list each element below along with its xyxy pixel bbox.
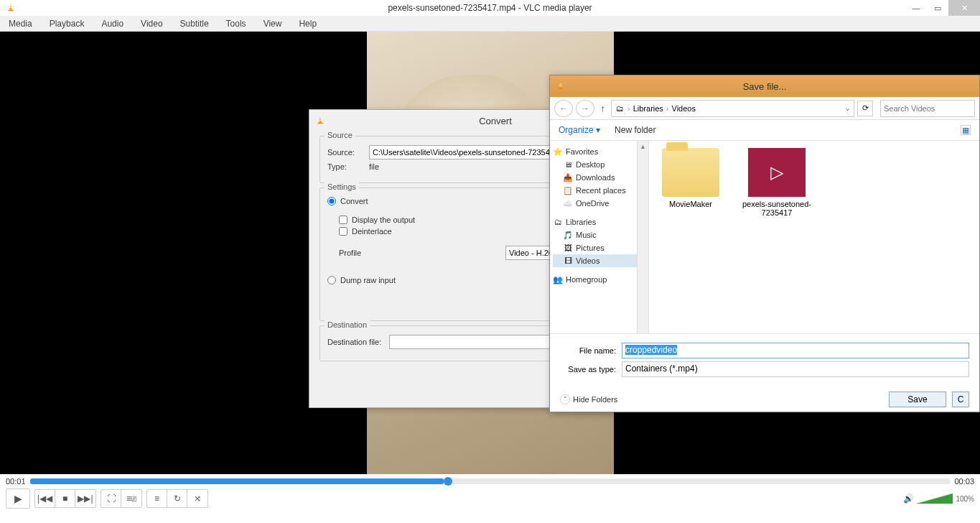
savetype-label: Save as type: (560, 365, 616, 374)
filename-label: File name: (560, 346, 616, 355)
file-item-folder[interactable]: MovieMaker (656, 148, 725, 208)
close-button[interactable]: ✕ (948, 0, 980, 16)
tree-homegroup[interactable]: 👥Homegroup (553, 273, 645, 286)
folder-tree: ⭐Favorites 🖥Desktop 📥Downloads 📋Recent p… (550, 141, 649, 333)
playlist-button[interactable]: ≡ (147, 490, 167, 507)
save-dialog-title: Save file... (550, 75, 979, 97)
random-button[interactable]: ⤨ (187, 490, 207, 507)
pictures-icon: 🖼 (563, 243, 573, 253)
maximize-button[interactable]: ▭ (927, 0, 948, 16)
play-button[interactable]: ▶ (6, 489, 30, 509)
nav-back-button[interactable]: ← (554, 100, 573, 117)
profile-label: Profile (339, 249, 411, 257)
tree-downloads[interactable]: 📥Downloads (553, 171, 645, 184)
tree-recent[interactable]: 📋Recent places (553, 184, 645, 197)
menu-audio[interactable]: Audio (97, 17, 128, 30)
volume-slider[interactable] (917, 492, 953, 505)
cloud-icon: ☁️ (563, 198, 573, 208)
cancel-button[interactable]: C (952, 392, 969, 407)
menu-subtitle[interactable]: Subtitle (176, 17, 213, 30)
source-label: Source: (327, 148, 365, 157)
convert-radio[interactable] (327, 197, 336, 205)
filename-input[interactable]: croppedvideo (622, 343, 969, 358)
controls-row: ▶ |◀◀ ■ ▶▶| ⛶ ≡⎚ ≡ ↻ ⤨ 🔊 100% (0, 486, 980, 512)
menu-playback[interactable]: Playback (45, 17, 89, 30)
homegroup-icon: 👥 (553, 274, 563, 284)
save-button[interactable]: Save (889, 392, 946, 407)
star-icon: ⭐ (553, 147, 563, 157)
menu-tools[interactable]: Tools (222, 17, 251, 30)
display-output-checkbox[interactable] (339, 216, 347, 224)
loop-button[interactable]: ↻ (167, 490, 187, 507)
tree-music[interactable]: 🎵Music (553, 228, 645, 241)
save-navbar: ← → ↑ 🗂 › Libraries › Videos ⌄ ⟳ (550, 97, 979, 120)
tree-libraries[interactable]: 🗂Libraries (553, 216, 645, 228)
hide-folders-button[interactable]: ˄ Hide Folders (560, 394, 617, 404)
search-input[interactable] (880, 100, 975, 117)
tree-favorites[interactable]: ⭐Favorites (553, 145, 645, 158)
videos-icon: 🎞 (563, 256, 573, 266)
menu-view[interactable]: View (259, 17, 286, 30)
vlc-icon (556, 81, 566, 91)
window-title: pexels-sunsetoned-7235417.mp4 - VLC medi… (388, 3, 592, 13)
dump-raw-radio[interactable] (327, 276, 336, 284)
refresh-button[interactable]: ⟳ (857, 101, 873, 116)
library-icon: 🗂 (553, 217, 563, 227)
dest-label: Destination file: (327, 338, 385, 346)
file-list[interactable]: MovieMaker ▷ pexels-sunsetoned-7235417 (649, 141, 979, 333)
chevron-down-icon[interactable]: ⌄ (844, 103, 851, 113)
desktop-icon: 🖥 (563, 159, 573, 170)
main-titlebar: pexels-sunsetoned-7235417.mp4 - VLC medi… (0, 0, 980, 16)
downloads-icon: 📥 (563, 172, 573, 182)
seek-bar[interactable] (30, 478, 951, 484)
tree-onedrive[interactable]: ☁️OneDrive (553, 197, 645, 210)
vlc-icon (6, 3, 16, 13)
minimize-button[interactable]: — (905, 0, 927, 16)
savetype-select[interactable]: Containers (*.mp4) (622, 361, 969, 377)
file-item-video[interactable]: ▷ pexels-sunsetoned-7235417 (742, 148, 811, 217)
nav-up-button[interactable]: ↑ (597, 103, 608, 114)
vlc-icon (315, 116, 325, 126)
menu-media[interactable]: Media (4, 17, 37, 30)
chevron-up-icon: ˄ (560, 394, 570, 404)
tree-scrollbar[interactable]: ▲ (637, 141, 648, 333)
folder-icon (662, 148, 719, 197)
menubar: Media Playback Audio Video Subtitle Tool… (0, 16, 980, 32)
recent-icon: 📋 (563, 185, 573, 195)
deinterlace-checkbox[interactable] (339, 227, 347, 236)
type-value: file (369, 162, 379, 171)
time-total: 00:03 (954, 477, 974, 486)
volume-label: 100% (956, 495, 974, 503)
stop-button[interactable]: ■ (55, 490, 75, 507)
seek-row: 00:01 00:03 (0, 474, 980, 486)
fullscreen-button[interactable]: ⛶ (101, 490, 121, 507)
tree-desktop[interactable]: 🖥Desktop (553, 158, 645, 171)
organize-menu[interactable]: Organize ▾ (559, 125, 600, 135)
view-icon[interactable]: ▦ (961, 125, 971, 135)
save-toolbar: Organize ▾ New folder ▦ (550, 120, 979, 140)
address-bar[interactable]: 🗂 › Libraries › Videos ⌄ (611, 100, 854, 117)
prev-button[interactable]: |◀◀ (35, 490, 55, 507)
library-icon: 🗂 (615, 103, 625, 114)
music-icon: 🎵 (563, 230, 573, 240)
menu-help[interactable]: Help (294, 17, 321, 30)
video-file-icon: ▷ (748, 148, 806, 197)
tree-videos[interactable]: 🎞Videos (553, 254, 645, 267)
save-file-dialog: Save file... ← → ↑ 🗂 › Libraries › Video… (549, 75, 980, 412)
ext-settings-button[interactable]: ≡⎚ (121, 490, 141, 507)
type-label: Type: (327, 162, 365, 171)
nav-forward-button[interactable]: → (576, 100, 594, 117)
menu-video[interactable]: Video (136, 17, 167, 30)
next-button[interactable]: ▶▶| (75, 490, 95, 507)
tree-pictures[interactable]: 🖼Pictures (553, 241, 645, 254)
new-folder-button[interactable]: New folder (615, 125, 655, 135)
time-current: 00:01 (6, 477, 26, 486)
speaker-icon[interactable]: 🔊 (903, 494, 914, 504)
